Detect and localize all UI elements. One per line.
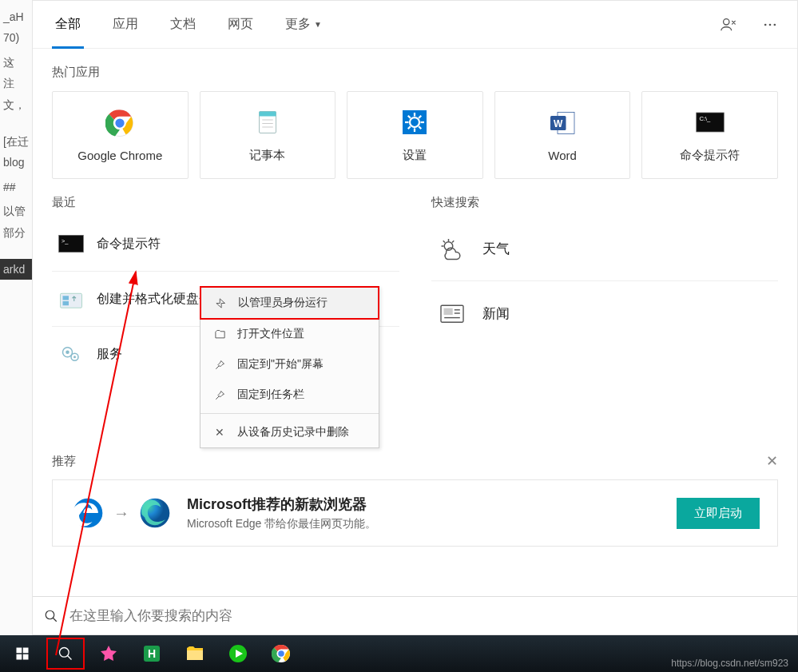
quick-label: 天气: [482, 240, 510, 258]
recent-title: 最近: [52, 195, 399, 210]
quick-label: 新闻: [482, 304, 510, 323]
taskbar-chrome[interactable]: [262, 638, 300, 670]
pin-icon: [213, 358, 226, 371]
tab-all[interactable]: 全部: [39, 1, 97, 48]
svg-line-46: [53, 618, 57, 622]
svg-point-52: [60, 648, 69, 658]
recommend-subtitle: Microsoft Edge 带给你最佳网页功能。: [187, 517, 662, 531]
svg-rect-31: [63, 296, 69, 300]
notepad-icon: [253, 108, 282, 137]
edge-new-icon: [137, 495, 173, 531]
tab-more[interactable]: 更多▼: [269, 1, 338, 48]
svg-rect-30: [61, 293, 82, 308]
close-icon[interactable]: ✕: [766, 452, 778, 470]
recommend-title: 推荐: [52, 454, 76, 469]
cm-label: 固定到"开始"屏幕: [237, 357, 324, 372]
svg-text:>_: >_: [62, 237, 69, 245]
search-icon: [44, 609, 58, 623]
start-button[interactable]: [3, 638, 42, 670]
cm-run-as-admin[interactable]: 以管理员身份运行: [200, 286, 379, 320]
svg-point-34: [66, 351, 69, 355]
svg-rect-48: [17, 648, 22, 654]
svg-point-0: [724, 18, 729, 24]
svg-rect-39: [444, 308, 452, 314]
word-icon: W: [548, 109, 577, 137]
svg-rect-50: [17, 654, 22, 660]
app-label: 记事本: [249, 148, 285, 163]
background-editor-strip: _aH70) 这注文， [在迁 blog## 以管部分 arkd: [0, 0, 32, 672]
app-tile-settings[interactable]: 设置: [347, 91, 483, 179]
svg-rect-49: [23, 648, 29, 654]
recommend-section: 推荐 ✕ → Microsoft推荐的新款浏览器 Microsoft Edge …: [52, 452, 778, 547]
context-menu: 以管理员身份运行 打开文件位置 固定到"开始"屏幕 固定到任务栏 ✕ 从设备历史…: [200, 286, 379, 448]
svg-point-36: [73, 356, 76, 358]
disk-format-icon: [58, 288, 84, 310]
launch-now-button[interactable]: 立即启动: [677, 498, 760, 529]
edge-transition-icons: →: [70, 495, 173, 531]
svg-text:C:\_: C:\_: [699, 114, 711, 121]
app-tile-notepad[interactable]: 记事本: [200, 91, 336, 179]
svg-point-45: [46, 610, 54, 619]
taskbar-app-hbuilder[interactable]: H: [133, 638, 171, 670]
svg-rect-56: [187, 650, 203, 660]
taskbar-search-button[interactable]: [46, 638, 85, 670]
tab-web[interactable]: 网页: [212, 1, 269, 48]
chrome-icon: [105, 109, 134, 137]
svg-text:W: W: [554, 117, 563, 129]
watermark: https://blog.csdn.net/sm923: [671, 658, 788, 669]
tab-documents[interactable]: 文档: [154, 1, 212, 48]
news-icon: [438, 300, 466, 326]
cm-label: 打开文件位置: [237, 327, 304, 341]
app-tile-chrome[interactable]: Google Chrome: [52, 91, 189, 179]
search-input[interactable]: [69, 608, 786, 624]
quick-item-weather[interactable]: 天气: [431, 221, 779, 276]
svg-rect-32: [63, 301, 69, 305]
svg-rect-9: [259, 111, 276, 116]
taskbar-app-1[interactable]: [89, 638, 128, 670]
tab-apps[interactable]: 应用: [97, 1, 154, 48]
cm-open-location[interactable]: 打开文件位置: [200, 319, 379, 349]
close-icon: ✕: [213, 426, 226, 439]
recent-label: 命令提示符: [97, 236, 161, 252]
shield-icon: [214, 296, 227, 309]
svg-line-53: [68, 656, 72, 660]
cm-remove-history[interactable]: ✕ 从设备历史记录中删除: [200, 417, 379, 447]
quick-search-column: 快速搜索 天气 新闻: [431, 195, 779, 376]
cm-pin-taskbar[interactable]: 固定到任务栏: [200, 380, 379, 410]
app-label: 命令提示符: [680, 148, 740, 163]
divider: [431, 280, 779, 281]
divider: [52, 271, 399, 272]
edge-old-icon: [70, 495, 105, 531]
recent-item-cmd[interactable]: >_ 命令提示符: [52, 221, 399, 266]
app-label: Google Chrome: [77, 149, 162, 162]
app-label: 设置: [403, 148, 427, 163]
feedback-icon[interactable]: [717, 14, 740, 36]
folder-icon: [213, 328, 226, 340]
search-input-row: [33, 596, 797, 634]
taskbar-file-explorer[interactable]: [176, 638, 214, 670]
cmd-icon: >_: [58, 233, 84, 255]
cm-pin-start[interactable]: 固定到"开始"屏幕: [200, 349, 379, 380]
windows-search-panel: 全部 应用 文档 网页 更多▼ 热门应用 Google Chrome: [32, 0, 798, 635]
top-apps-title: 热门应用: [52, 65, 778, 80]
recent-label: 服务: [97, 346, 122, 363]
weather-icon: [438, 236, 466, 261]
cm-label: 从设备历史记录中删除: [237, 425, 349, 439]
services-icon: [58, 343, 84, 365]
svg-point-2: [769, 23, 772, 26]
quick-item-news[interactable]: 新闻: [431, 286, 779, 340]
app-label: Word: [548, 149, 577, 162]
quick-title: 快速搜索: [431, 195, 779, 210]
cm-label: 以管理员身份运行: [238, 296, 328, 310]
app-tile-cmd[interactable]: C:\_ 命令提示符: [641, 91, 778, 179]
taskbar-video-app[interactable]: [219, 638, 257, 670]
more-options-icon[interactable]: [759, 14, 781, 36]
cm-label: 固定到任务栏: [237, 388, 304, 402]
top-apps-section: 热门应用 Google Chrome 记事本 设置: [33, 49, 797, 187]
svg-point-1: [764, 23, 767, 26]
cmd-icon: C:\_: [696, 108, 725, 137]
recommend-headline: Microsoft推荐的新款浏览器: [187, 495, 662, 514]
arrow-right-icon: →: [113, 504, 129, 523]
app-tile-word[interactable]: W Word: [494, 91, 631, 179]
chevron-down-icon: ▼: [314, 20, 322, 29]
